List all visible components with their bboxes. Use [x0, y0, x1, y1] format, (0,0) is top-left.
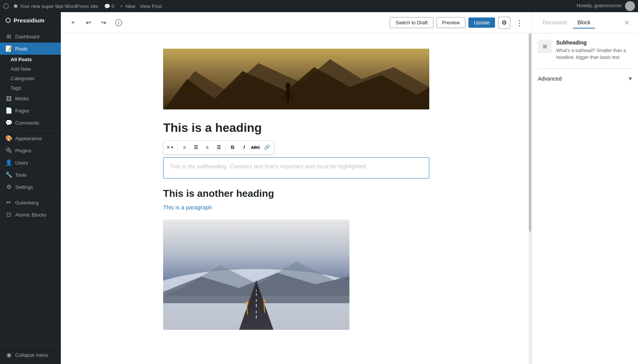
- align-center-button[interactable]: ☰: [190, 142, 201, 153]
- italic-icon: I: [243, 144, 245, 150]
- sidebar-item-dashboard[interactable]: ⊞ Dashboard: [0, 30, 61, 43]
- tab-block-label: Block: [578, 19, 590, 25]
- new-link[interactable]: ＋ New: [119, 3, 135, 9]
- avatar: [625, 1, 635, 11]
- tab-document[interactable]: Document: [538, 17, 571, 28]
- strikethrough-button[interactable]: ABC: [250, 142, 261, 153]
- settings-panel-button[interactable]: ⚙: [498, 17, 510, 29]
- svg-point-4: [286, 82, 290, 89]
- undo-button[interactable]: ↩: [82, 17, 94, 29]
- sidebar-subitem-addnew[interactable]: Add New: [11, 64, 61, 74]
- sidebar-item-settings[interactable]: ⚙ Settings: [0, 181, 61, 193]
- sidebar-label-users: Users: [15, 160, 28, 166]
- comments-link[interactable]: 💬 0: [104, 3, 114, 9]
- subheading-type-icon: ≡: [543, 42, 547, 51]
- pages-icon: 📄: [5, 107, 12, 114]
- atomic-blocks-icon: ⊡: [5, 211, 12, 218]
- collapse-label: Collapse menu: [15, 352, 48, 358]
- sidebar-item-media[interactable]: 🖼 Media: [0, 93, 61, 104]
- greeting-text: Howdy, gutencourse: [577, 3, 622, 8]
- admin-bar: ⬡ ⬟ Your new super fast WordPress site. …: [0, 0, 638, 12]
- info-button[interactable]: i: [113, 17, 125, 29]
- subheading-block[interactable]: This is the subheading. Contains text th…: [163, 157, 429, 179]
- add-icon: ＋: [119, 3, 124, 9]
- heading-text[interactable]: This is a heading: [163, 120, 429, 136]
- sidebar-item-comments[interactable]: 💬 Comments: [0, 117, 61, 129]
- tab-block[interactable]: Block: [573, 17, 595, 28]
- block-name: Subheading: [556, 40, 632, 46]
- users-icon: 👤: [5, 159, 12, 166]
- sidebar-item-users[interactable]: 👤 Users: [0, 157, 61, 169]
- sidebar-brand[interactable]: ⬡ Pressidium: [0, 12, 61, 29]
- editor-area: ＋ ↩ ↪ i Switch to Draft Preview Update: [61, 12, 532, 364]
- sidebar-item-tools[interactable]: 🔧 Tools: [0, 169, 61, 181]
- view-post-text: View Post: [140, 3, 162, 9]
- text-align-left-icon: ≡: [183, 145, 186, 150]
- preview-button[interactable]: Preview: [436, 17, 465, 28]
- subheading-placeholder: This is the subheading. Contains text th…: [170, 163, 367, 169]
- info-icon: i: [115, 19, 122, 26]
- svg-rect-3: [286, 87, 289, 103]
- heading-content: This is a heading: [163, 121, 262, 135]
- paragraph-text: This is a paragraph: [163, 204, 212, 210]
- sidebar-label-appearance: Appearance: [15, 136, 42, 141]
- scrollbar-thumb[interactable]: [529, 33, 531, 232]
- sidebar-item-plugins[interactable]: 🔌 Plugins: [0, 144, 61, 157]
- advanced-header[interactable]: Advanced ▾: [538, 73, 632, 84]
- align-left2-button[interactable]: ≡: [179, 142, 190, 153]
- panel-close-button[interactable]: ✕: [621, 17, 632, 28]
- sidebar-subitem-allposts[interactable]: All Posts: [11, 55, 61, 64]
- sidebar-item-gutenberg[interactable]: ✏ Gutenberg: [0, 196, 61, 209]
- brand-name: Pressidium: [14, 17, 44, 24]
- sidebar-subitem-tags[interactable]: Tags: [11, 83, 61, 93]
- editor-toolbar: ＋ ↩ ↪ i Switch to Draft Preview Update: [61, 12, 532, 33]
- greeting: Howdy, gutencourse: [577, 1, 635, 11]
- redo-button[interactable]: ↪: [97, 17, 110, 29]
- block-toolbar: ≡ ▼ ≡ ☰ ≡ ☰: [163, 141, 274, 154]
- sidebar-item-posts[interactable]: 📝 Posts: [0, 43, 61, 55]
- text-align-center-icon: ☰: [194, 145, 198, 150]
- comments-icon: 💬: [104, 3, 110, 9]
- align-justify-button[interactable]: ☰: [213, 142, 224, 153]
- paragraph-block[interactable]: This is a paragraph: [163, 204, 429, 210]
- comments-sidebar-icon: 💬: [5, 119, 12, 126]
- tools-icon: 🔧: [5, 171, 12, 178]
- site-name-text: Your new super fast WordPress site.: [20, 3, 100, 9]
- sidebar-item-pages[interactable]: 📄 Pages: [0, 104, 61, 117]
- site-icon: ⬟: [14, 3, 17, 9]
- text-align-right-icon: ≡: [206, 145, 208, 150]
- wp-logo-icon: ⬡: [3, 2, 9, 10]
- content-scrollbar[interactable]: [528, 33, 532, 364]
- brand-icon: ⬡: [5, 17, 11, 24]
- another-heading-text: This is another heading: [163, 188, 274, 199]
- sidebar-item-appearance[interactable]: 🎨 Appearance: [0, 132, 61, 144]
- sidebar-item-atomic-blocks[interactable]: ⊡ Atomic Blocks: [0, 209, 61, 221]
- align-left-button[interactable]: ≡ ▼: [165, 142, 176, 153]
- sidebar-label-settings: Settings: [15, 184, 33, 190]
- right-panel: Document Block ✕ ≡ Subheading What's a s…: [532, 12, 638, 364]
- align-right-button[interactable]: ≡: [202, 142, 213, 153]
- posts-icon: 📝: [5, 45, 12, 52]
- sidebar-subitem-categories[interactable]: Categories: [11, 74, 61, 83]
- editor-content[interactable]: This is a heading ≡ ▼ ≡ ☰: [61, 33, 532, 364]
- sidebar-label-posts: Posts: [15, 46, 28, 52]
- toolbar-sep-1: [177, 144, 178, 151]
- second-image: [163, 220, 349, 330]
- site-name[interactable]: ⬟ Your new super fast WordPress site.: [14, 3, 100, 9]
- sidebar-label-atomic-blocks: Atomic Blocks: [15, 212, 46, 218]
- sidebar-label-plugins: Plugins: [15, 148, 32, 154]
- view-post-link[interactable]: View Post: [140, 3, 162, 9]
- link-button[interactable]: 🔗: [262, 142, 272, 153]
- more-icon: ⋮: [516, 18, 523, 27]
- italic-button[interactable]: I: [239, 142, 249, 153]
- gutenberg-icon: ✏: [5, 199, 12, 206]
- collapse-menu-button[interactable]: ◉ Collapse menu: [0, 349, 61, 361]
- bold-button[interactable]: B: [227, 142, 238, 153]
- more-options-button[interactable]: ⋮: [513, 17, 525, 29]
- another-heading[interactable]: This is another heading: [163, 188, 429, 199]
- svg-point-16: [246, 301, 248, 304]
- add-block-button[interactable]: ＋: [67, 17, 79, 29]
- update-button[interactable]: Update: [468, 17, 495, 28]
- redo-icon: ↪: [101, 19, 106, 26]
- switch-draft-button[interactable]: Switch to Draft: [390, 17, 433, 28]
